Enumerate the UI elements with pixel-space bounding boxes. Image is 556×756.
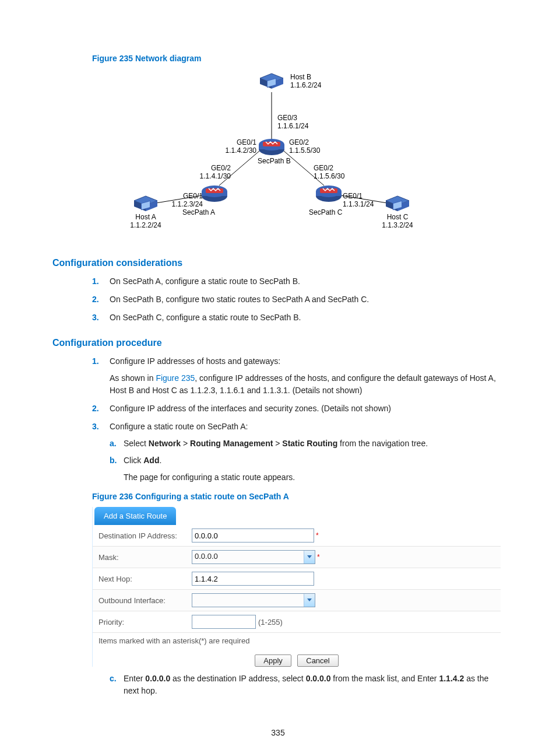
svg-text:1.1.4.2/30: 1.1.4.2/30 [226,146,257,155]
svg-text:SecPath C: SecPath C [309,208,343,216]
svg-text:1.1.2.2/24: 1.1.2.2/24 [130,221,161,229]
list-item: On SecPath A, configure a static route t… [92,275,504,288]
priority-label: Priority: [98,618,192,626]
list-item: On SecPath B, configure two static route… [92,293,504,306]
priority-input[interactable] [192,615,256,629]
list-item: On SecPath C, configure a static route t… [92,312,504,324]
svg-text:1.1.6.2/24: 1.1.6.2/24 [290,81,322,89]
figure-235-link[interactable]: Figure 235 [156,373,195,383]
form-row: Priority: (1-255) [93,611,501,633]
svg-text:GE0/2: GE0/2 [314,164,333,172]
network-diagram: Host B 1.1.6.2/24 GE0/3 1.1.6.1/24 GE0/1… [92,69,500,244]
required-note: Items marked with an asterisk(*) are req… [93,633,501,649]
svg-text:1.1.3.1/24: 1.1.3.1/24 [343,200,374,208]
apply-button[interactable]: Apply [255,654,291,667]
list-item: Configure IP addresses of hosts and gate… [92,355,504,397]
svg-text:1.1.5.6/30: 1.1.5.6/30 [314,172,345,180]
svg-text:GE0/3: GE0/3 [277,114,297,122]
chevron-down-icon[interactable] [304,551,315,564]
figure-236-title: Figure 236 Configuring a static route on… [92,492,504,501]
page-number: 335 [0,728,556,737]
sublist-item: Click Add. The page for configuring a st… [110,454,504,484]
svg-text:Host A: Host A [135,213,156,221]
next-hop-label: Next Hop: [98,575,192,583]
dest-ip-input[interactable] [192,528,314,542]
required-star: * [317,553,320,561]
svg-text:1.1.3.2/24: 1.1.3.2/24 [382,221,413,229]
outbound-label: Outbound Interface: [98,596,192,605]
svg-text:GE0/1: GE0/1 [237,138,256,146]
dest-ip-label: Destination IP Address: [98,531,192,540]
mask-label: Mask: [98,553,192,562]
svg-text:GE0/2: GE0/2 [211,164,231,172]
form-row: Next Hop: [93,568,501,590]
priority-range: (1-255) [258,618,283,626]
form-row: Mask: 0.0.0.0 * [93,547,501,568]
svg-text:Host C: Host C [387,213,409,221]
svg-text:GE0/1: GE0/1 [343,192,363,200]
svg-text:GE0/2: GE0/2 [289,138,309,146]
form-row: Outbound Interface: [93,590,501,611]
svg-text:GE0/1: GE0/1 [183,192,203,200]
add-static-route-panel: Add a Static Route Destination IP Addres… [92,507,501,667]
procedure-continuation: Enter 0.0.0.0 as the destination IP addr… [52,673,504,697]
figure-235-title: Figure 235 Network diagram [92,54,504,63]
chevron-down-icon[interactable] [304,594,315,607]
list-item: Configure IP address of the interfaces a… [92,402,504,415]
heading-procedure: Configuration procedure [52,338,504,348]
outbound-select[interactable] [192,593,315,607]
svg-text:SecPath B: SecPath B [258,157,291,165]
required-star: * [316,531,319,540]
svg-text:SecPath A: SecPath A [182,208,215,216]
svg-text:1.1.5.5/30: 1.1.5.5/30 [289,146,321,155]
panel-tab[interactable]: Add a Static Route [94,507,176,525]
list-item: Configure a static route on SecPath A: S… [92,421,504,484]
svg-text:1.1.2.3/24: 1.1.2.3/24 [172,200,203,208]
considerations-list: On SecPath A, configure a static route t… [52,275,504,324]
svg-text:Host B: Host B [290,73,311,81]
procedure-list: Configure IP addresses of hosts and gate… [52,355,504,484]
svg-text:1.1.6.1/24: 1.1.6.1/24 [277,122,309,130]
form-row: Destination IP Address: * [93,525,501,547]
cancel-button[interactable]: Cancel [297,654,338,667]
sublist-item: Enter 0.0.0.0 as the destination IP addr… [110,673,504,697]
mask-select[interactable]: 0.0.0.0 [192,550,315,564]
next-hop-input[interactable] [192,572,314,586]
heading-considerations: Configuration considerations [52,258,504,268]
svg-text:1.1.4.1/30: 1.1.4.1/30 [200,172,231,180]
sublist-item: Select Network > Routing Management > St… [110,438,504,450]
